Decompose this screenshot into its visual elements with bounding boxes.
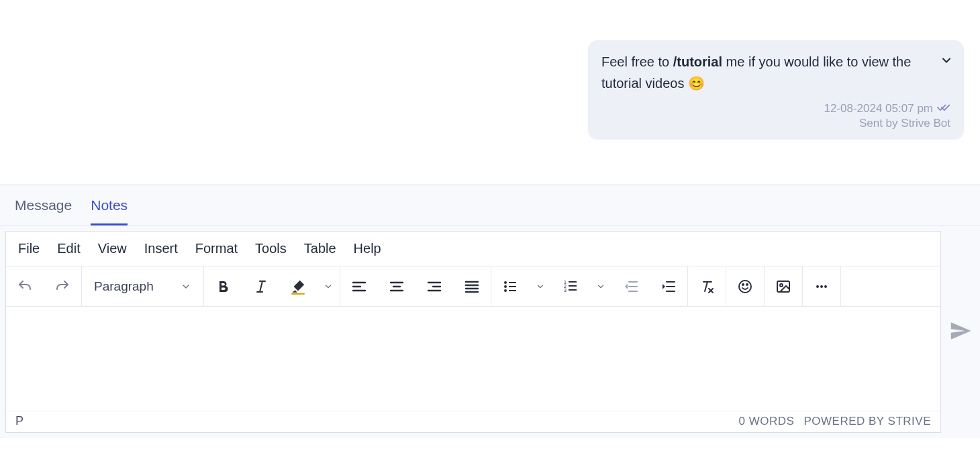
more-button[interactable]	[803, 266, 840, 306]
svg-point-41	[820, 285, 823, 288]
menu-insert[interactable]: Insert	[144, 241, 178, 256]
clear-formatting-button[interactable]	[688, 266, 726, 306]
align-justify-button[interactable]	[453, 266, 491, 306]
timestamp-text: 12-08-2024 05:07 pm	[824, 102, 933, 115]
editor-status-bar: P 0 WORDS POWERED BY STRIVE	[6, 411, 940, 432]
word-count[interactable]: 0 WORDS	[739, 415, 795, 428]
svg-rect-26	[569, 281, 577, 283]
italic-button[interactable]	[242, 266, 279, 306]
chat-message-sender: Sent by Strive Bot	[601, 117, 950, 130]
editor-content-area[interactable]	[6, 307, 940, 411]
rich-text-editor: File Edit View Insert Format Tools Table…	[5, 231, 941, 433]
svg-rect-21	[509, 286, 516, 287]
editor-element-path[interactable]: P	[15, 414, 23, 428]
smile-emoji-icon: 😊	[688, 76, 705, 91]
svg-point-19	[504, 289, 507, 292]
menu-file[interactable]: File	[18, 241, 40, 256]
highlight-button[interactable]	[279, 266, 317, 306]
menu-help[interactable]: Help	[354, 241, 381, 256]
svg-rect-28	[569, 289, 577, 291]
editor-menu-bar: File Edit View Insert Format Tools Table…	[6, 232, 940, 266]
powered-by-label: POWERED BY STRIVE	[803, 415, 931, 428]
menu-edit[interactable]: Edit	[57, 241, 80, 256]
svg-point-17	[504, 281, 507, 284]
block-format-select[interactable]: Paragraph	[82, 266, 203, 306]
svg-rect-20	[509, 282, 516, 283]
menu-tools[interactable]: Tools	[255, 241, 287, 256]
tab-notes[interactable]: Notes	[91, 185, 128, 225]
svg-point-42	[824, 285, 827, 288]
expand-message-button[interactable]	[938, 52, 954, 68]
bold-button[interactable]	[204, 266, 242, 306]
chat-message-meta: 12-08-2024 05:07 pm Sent by Strive Bot	[601, 102, 950, 130]
indent-button[interactable]	[650, 266, 687, 306]
numbered-list-dropdown-button[interactable]	[589, 266, 612, 306]
block-format-label: Paragraph	[94, 279, 154, 294]
svg-rect-22	[509, 290, 516, 291]
read-receipt-icon	[937, 102, 950, 115]
svg-rect-3	[291, 293, 305, 294]
chat-message-bubble: Feel free to /tutorial me if you would l…	[588, 40, 964, 140]
composer: Message Notes File Edit View Insert Form…	[0, 185, 980, 438]
undo-button[interactable]	[6, 266, 44, 306]
svg-point-40	[816, 285, 819, 288]
send-button[interactable]	[949, 319, 972, 345]
editor-row: File Edit View Insert Format Tools Table…	[0, 225, 980, 438]
svg-point-37	[746, 284, 748, 285]
svg-point-36	[742, 284, 744, 285]
image-button[interactable]	[765, 266, 802, 306]
numbered-list-button[interactable]: 123	[552, 266, 589, 306]
svg-text:3: 3	[564, 288, 567, 293]
svg-point-18	[504, 285, 507, 288]
align-left-button[interactable]	[340, 266, 378, 306]
redo-button[interactable]	[44, 266, 81, 306]
align-right-button[interactable]	[415, 266, 453, 306]
emoji-button[interactable]	[726, 266, 764, 306]
bullet-list-dropdown-button[interactable]	[529, 266, 552, 306]
svg-line-0	[260, 281, 262, 292]
menu-table[interactable]: Table	[304, 241, 336, 256]
message-text-prefix: Feel free to	[601, 54, 673, 69]
bullet-list-button[interactable]	[491, 266, 529, 306]
composer-tabs: Message Notes	[0, 185, 980, 225]
tab-message[interactable]: Message	[15, 185, 72, 225]
message-command: /tutorial	[673, 54, 722, 69]
outdent-button[interactable]	[612, 266, 650, 306]
chat-message-timestamp: 12-08-2024 05:07 pm	[824, 102, 950, 115]
menu-format[interactable]: Format	[195, 241, 238, 256]
svg-point-35	[739, 281, 751, 293]
menu-view[interactable]: View	[98, 241, 127, 256]
chat-message-text: Feel free to /tutorial me if you would l…	[601, 51, 950, 94]
editor-toolbar: Paragraph	[6, 266, 940, 307]
highlight-dropdown-button[interactable]	[317, 266, 340, 306]
svg-rect-27	[569, 285, 577, 287]
chat-area: Feel free to /tutorial me if you would l…	[0, 0, 980, 185]
align-center-button[interactable]	[378, 266, 415, 306]
send-column	[941, 225, 980, 438]
svg-point-39	[780, 284, 783, 287]
chevron-down-icon	[181, 281, 191, 292]
